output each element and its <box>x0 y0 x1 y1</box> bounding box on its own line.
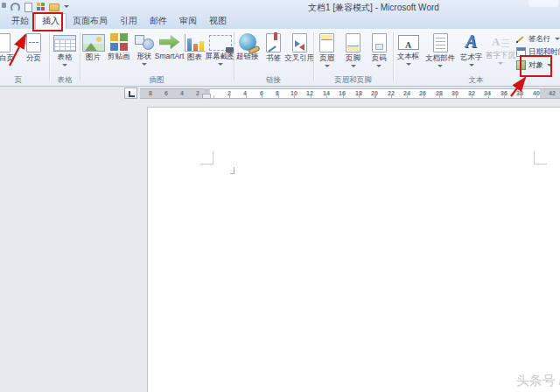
tab-review[interactable]: 审阅 <box>173 13 203 29</box>
ruler-number: 16 <box>339 90 346 97</box>
dropdown-caret-icon[interactable] <box>469 64 474 69</box>
dropdown-caret-icon[interactable] <box>351 65 356 70</box>
ruler-number: 30 <box>452 90 458 97</box>
undo-icon[interactable] <box>10 3 20 12</box>
button-label: 形状 <box>136 52 151 61</box>
dropdown-caret-icon[interactable] <box>62 64 67 69</box>
group-label-illustrations: 插图 <box>80 75 233 86</box>
tab-references[interactable]: 引用 <box>114 13 144 29</box>
ruler-number: 36 <box>500 90 508 97</box>
ribbon-group-pages: 空白页 分页 页 <box>0 29 49 86</box>
clip-art-button[interactable]: 剪贴画 <box>106 30 131 74</box>
print-preview-icon[interactable] <box>24 3 32 12</box>
group-label-header-footer: 页眉和页脚 <box>314 75 392 86</box>
quick-access-toolbar <box>2 1 72 12</box>
header-button[interactable]: 页眉 <box>314 30 340 74</box>
button-label: 图表 <box>187 52 202 62</box>
button-label: 空白页 <box>0 53 14 63</box>
ribbon: 空白页 分页 页 表格 表格 <box>0 29 560 87</box>
paste-icon[interactable] <box>37 3 45 10</box>
bookmark-icon <box>266 33 281 52</box>
group-label-links: 链接 <box>234 75 312 86</box>
cross-reference-button[interactable]: 交叉引用 <box>286 30 312 74</box>
page-number-icon <box>372 33 387 52</box>
open-folder-icon[interactable] <box>49 4 60 11</box>
smartart-icon <box>158 33 181 51</box>
tab-mailings[interactable]: 邮件 <box>144 13 173 29</box>
ruler-number: 28 <box>436 90 443 97</box>
ruler-number: 2 <box>196 90 200 97</box>
button-label: 文本框 <box>397 52 420 61</box>
button-label: 页眉 <box>319 53 334 63</box>
ruler-number: 8 <box>149 90 152 97</box>
window-title: 文档1 [兼容模式] - Microsoft Word <box>308 2 439 14</box>
ruler-number: 38 <box>516 90 523 97</box>
button-label: 首字下沉 <box>486 51 515 60</box>
qat-menu-caret-icon[interactable] <box>64 5 69 10</box>
chart-button[interactable]: 图表 <box>182 30 207 74</box>
drop-cap-button[interactable]: 首字下沉 <box>485 30 516 74</box>
ruler-number: 42 <box>549 90 556 97</box>
shapes-button[interactable]: 形状 <box>131 30 157 74</box>
hyperlink-button[interactable]: 超链接 <box>234 30 261 74</box>
page-break-icon <box>26 33 41 52</box>
picture-icon <box>82 34 105 52</box>
dropdown-caret-icon[interactable] <box>218 63 223 68</box>
window-controls[interactable] <box>528 0 558 7</box>
dropdown-caret-icon[interactable] <box>142 63 147 68</box>
ribbon-group-links: 超链接 书签 交叉引用 链接 <box>234 29 312 86</box>
ruler-number: 2 <box>228 90 231 97</box>
save-icon[interactable] <box>2 3 6 8</box>
button-label: 交叉引用 <box>284 53 314 63</box>
button-label: 书签 <box>266 53 281 63</box>
dropdown-caret-icon[interactable] <box>555 38 560 43</box>
dropdown-caret-icon[interactable] <box>406 63 411 68</box>
ruler-number: 20 <box>371 90 378 97</box>
ruler-number: 8 <box>276 90 279 97</box>
dropdown-caret-icon[interactable] <box>325 65 330 70</box>
document-page[interactable]: 头条号 / <box>147 107 560 392</box>
dropdown-caret-icon <box>498 62 503 67</box>
signature-line-button[interactable]: 签名行 <box>516 32 560 46</box>
dropdown-caret-icon[interactable] <box>376 65 382 70</box>
button-label: 页脚 <box>346 53 360 63</box>
table-button[interactable]: 表格 <box>50 30 80 74</box>
tab-page-layout[interactable]: 页面布局 <box>66 13 114 29</box>
screenshot-button[interactable]: 屏幕截图 <box>207 30 233 74</box>
page-number-button[interactable]: 页码 <box>366 30 392 74</box>
button-label: 屏幕截图 <box>206 52 235 61</box>
word-window: 文档1 [兼容模式] - Microsoft Word 开始 插入 页面布局 引… <box>0 0 560 392</box>
tab-home[interactable]: 开始 <box>5 13 35 29</box>
button-label: 剪贴画 <box>108 52 130 61</box>
first-line-indent-marker[interactable] <box>203 88 210 93</box>
quick-parts-icon <box>433 33 448 52</box>
footer-button[interactable]: 页脚 <box>340 30 367 74</box>
button-label: 文档部件 <box>425 53 455 63</box>
wordart-button[interactable]: 艺术字 <box>458 30 485 74</box>
button-label: SmartArt <box>155 52 185 61</box>
page-break-button[interactable]: 分页 <box>18 30 49 74</box>
ruler-number: 32 <box>468 90 475 97</box>
button-label: 分页 <box>26 53 41 63</box>
text-box-button[interactable]: 文本框 <box>394 30 423 74</box>
annotation-box-insert-tab <box>32 12 63 32</box>
picture-button[interactable]: 图片 <box>80 30 106 74</box>
clip-art-icon <box>110 33 128 51</box>
tab-view[interactable]: 视图 <box>203 13 233 29</box>
text-boundary-corner-right <box>534 151 547 164</box>
blank-page-button[interactable]: 空白页 <box>0 30 18 74</box>
ruler-number: 26 <box>419 90 426 97</box>
dropdown-caret-icon[interactable] <box>438 65 443 70</box>
screenshot-icon <box>209 35 232 51</box>
quick-parts-button[interactable]: 文档部件 <box>423 30 458 74</box>
text-box-icon <box>398 35 419 50</box>
cross-reference-icon <box>292 33 307 52</box>
ruler-number: 18 <box>355 90 362 97</box>
left-indent-marker[interactable] <box>202 94 211 99</box>
chart-icon <box>185 34 205 52</box>
bookmark-button[interactable]: 书签 <box>261 30 287 74</box>
ruler-number: 24 <box>403 90 410 97</box>
ruler-number: 12 <box>306 90 313 97</box>
horizontal-ruler[interactable]: 8 6 4 2 2 4 6 8 10 12 14 16 18 20 22 24 … <box>0 88 560 99</box>
smartart-button[interactable]: SmartArt <box>157 30 182 74</box>
